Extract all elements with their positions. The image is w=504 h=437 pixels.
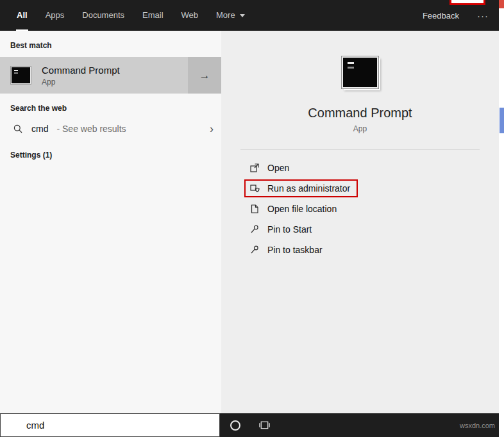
settings-header: Settings (1) (0, 140, 221, 160)
action-open-label: Open (267, 163, 289, 173)
tab-apps[interactable]: Apps (37, 0, 74, 31)
action-list: Open Run as administrator (221, 158, 499, 260)
tab-web-label: Web (181, 10, 199, 20)
tab-web[interactable]: Web (172, 0, 208, 31)
web-search-result[interactable]: cmd - See web results › (0, 117, 221, 140)
right-arrow-icon: → (199, 69, 210, 82)
tab-documents-label: Documents (82, 10, 124, 20)
search-input[interactable] (25, 419, 219, 431)
action-open-file-location[interactable]: Open file location (244, 199, 499, 219)
web-query: cmd (31, 124, 48, 134)
taskbar-search-box[interactable] (0, 413, 220, 437)
windows-search-screen: All Apps Documents Email Web More Feedba… (0, 0, 504, 437)
tab-all-label: All (17, 10, 28, 20)
tab-apps-label: Apps (46, 10, 65, 20)
taskbar: wsxdn.com (0, 413, 499, 437)
action-run-as-administrator[interactable]: Run as administrator (244, 178, 499, 199)
action-open-file-location-label: Open file location (267, 204, 337, 214)
tab-more[interactable]: More (207, 0, 254, 31)
search-content: Best match Command Prompt App → Search t… (0, 31, 499, 413)
action-pin-to-start[interactable]: Pin to Start (244, 219, 499, 240)
file-location-icon (249, 204, 260, 214)
task-view-icon[interactable] (258, 419, 271, 431)
cropped-red-box-artifact (449, 0, 485, 5)
best-match-text: Command Prompt App (42, 64, 120, 87)
command-prompt-icon (10, 66, 31, 85)
open-icon (249, 163, 260, 173)
best-match-main[interactable]: Command Prompt App (0, 57, 188, 94)
preview-title: Command Prompt (308, 104, 412, 122)
dropdown-arrow-icon (240, 14, 245, 17)
more-options-icon[interactable]: ··· (477, 10, 489, 21)
tab-documents[interactable]: Documents (73, 0, 133, 31)
action-pin-to-taskbar[interactable]: Pin to taskbar (244, 240, 499, 260)
best-match-subtitle: App (42, 78, 120, 87)
command-prompt-icon-large (342, 56, 378, 88)
blue-artifact (500, 108, 504, 133)
red-artifact (499, 0, 504, 8)
search-web-header: Search the web (0, 94, 221, 113)
best-match-header: Best match (0, 31, 221, 51)
tab-email-label: Email (142, 10, 164, 20)
search-icon (13, 124, 23, 134)
tab-more-label: More (216, 10, 235, 20)
tab-email[interactable]: Email (133, 0, 172, 31)
preview-panel: Command Prompt App Open (221, 31, 499, 413)
web-suffix: - See web results (56, 124, 126, 134)
divider (240, 149, 480, 150)
expand-result-button[interactable]: → (188, 57, 221, 94)
watermark: wsxdn.com (460, 422, 495, 429)
tab-all[interactable]: All (8, 0, 37, 31)
feedback-button[interactable]: Feedback (417, 11, 464, 21)
chevron-right-icon: › (210, 124, 214, 134)
search-filter-bar: All Apps Documents Email Web More Feedba… (0, 0, 499, 31)
search-flyout: All Apps Documents Email Web More Feedba… (0, 0, 499, 437)
page-edge-strip (499, 0, 504, 437)
pin-icon (249, 245, 260, 255)
action-pin-to-taskbar-label: Pin to taskbar (267, 245, 323, 255)
action-open[interactable]: Open (244, 158, 499, 178)
admin-shield-icon (249, 183, 260, 194)
action-run-as-administrator-label: Run as administrator (267, 183, 350, 194)
preview-subtitle: App (353, 124, 367, 134)
taskbar-icons (230, 419, 271, 431)
best-match-result[interactable]: Command Prompt App → (0, 57, 221, 94)
results-panel: Best match Command Prompt App → Search t… (0, 31, 221, 413)
action-pin-to-start-label: Pin to Start (267, 224, 312, 235)
cortana-icon[interactable] (230, 420, 240, 431)
best-match-title: Command Prompt (42, 64, 120, 76)
pin-icon (249, 224, 260, 235)
